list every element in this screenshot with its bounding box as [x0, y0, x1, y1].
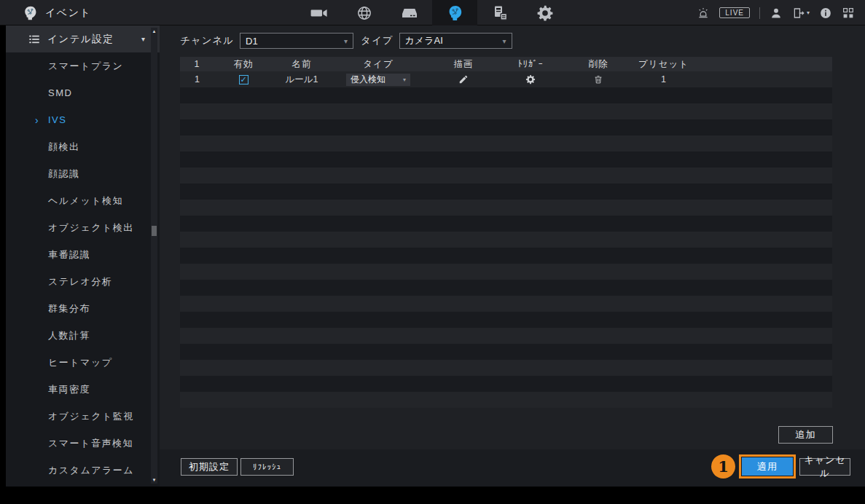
logout-icon [792, 7, 805, 20]
sidebar-item-label: 顔認識 [48, 168, 80, 181]
sidebar: インテル設定 ▾ ›スマートプラン›SMD›IVS›顔検出›顔認識›ヘルメット検… [6, 25, 160, 487]
chevron-down-icon: ▾ [503, 37, 506, 45]
chevron-down-icon: ▾ [344, 37, 348, 45]
apps-grid-icon[interactable] [842, 7, 855, 20]
sidebar-item[interactable]: ›ヘルメット検知 [6, 187, 149, 214]
column-header: タイプ [331, 58, 426, 71]
checkmark-icon: ✓ [240, 76, 246, 84]
sidebar-item[interactable]: ›人数計算 [6, 322, 149, 349]
sidebar-item-label: スマート音声検知 [48, 437, 133, 450]
nav-settings-tab[interactable] [522, 0, 568, 25]
sidebar-item[interactable]: ›ステレオ分析 [6, 268, 149, 295]
nav-network-tab[interactable] [342, 0, 387, 25]
active-arrow-icon: › [35, 115, 39, 125]
sidebar-item-label: 車両密度 [48, 383, 90, 396]
sidebar-item[interactable]: ›スマート音声検知 [6, 430, 149, 457]
empty-table-row [180, 344, 832, 360]
main-content: チャンネル D1 ▾ タイプ カメラAI ▾ 1有効名前タイプ描画ﾄﾘｶﾞｰ削除… [160, 25, 865, 487]
sidebar-item[interactable]: ›ヒートマップ [6, 349, 149, 376]
preset-value: 1 [637, 74, 690, 84]
rule-type-select[interactable]: 侵入検知 ▾ [346, 74, 410, 86]
nav-camera-tab[interactable] [297, 0, 342, 25]
empty-table-row [180, 264, 832, 280]
channel-select[interactable]: D1 ▾ [240, 33, 353, 49]
sidebar-item-label: 車番認識 [48, 248, 90, 261]
topbar-separator [759, 7, 760, 19]
sidebar-item-label: オブジェクト監視 [48, 410, 134, 423]
empty-table-row [180, 232, 832, 248]
enable-checkbox[interactable]: ✓ [239, 75, 248, 84]
sidebar-item[interactable]: ›車両密度 [6, 376, 149, 403]
sidebar-item-label: カスタムアラーム [48, 464, 134, 477]
sidebar-item-label: SMD [48, 87, 72, 98]
column-header: 描画 [426, 58, 501, 71]
rule-type-value: 侵入検知 [351, 74, 385, 86]
footer-right: 1 適用 キャンセル [711, 454, 850, 479]
gear-icon[interactable] [525, 74, 536, 84]
sidebar-scrollbar[interactable]: ▴ ▾ [151, 28, 157, 484]
scrollbar-thumb[interactable] [152, 226, 157, 236]
empty-table-row [180, 168, 832, 184]
channel-value: D1 [246, 36, 258, 47]
pencil-icon[interactable] [458, 74, 469, 84]
chevron-down-icon: ▾ [141, 35, 145, 43]
main-nav [297, 0, 568, 25]
sidebar-item[interactable]: ›カスタムアラーム [6, 457, 149, 484]
apply-button[interactable]: 適用 [742, 457, 793, 476]
empty-table-row [180, 103, 832, 119]
empty-table-row [180, 392, 832, 408]
brand: イベント [22, 0, 91, 25]
sidebar-item-label: オブジェクト検出 [48, 221, 134, 235]
nav-backup-tab[interactable] [477, 0, 522, 25]
empty-table-row [180, 280, 832, 296]
scroll-down-icon[interactable]: ▾ [151, 477, 157, 483]
sidebar-item[interactable]: ›SMD [6, 79, 149, 106]
page-title: イベント [45, 7, 91, 20]
column-header: 1 [180, 59, 214, 69]
sidebar-item-label: ヒートマップ [48, 356, 113, 369]
sidebar-item[interactable]: ›群集分布 [6, 295, 149, 322]
storage-icon [401, 4, 418, 22]
footer-bar: 初期設定 ﾘﾌﾚｯｼｭ 1 適用 キャンセル [160, 449, 865, 487]
backup-icon [491, 4, 509, 22]
screen: イベント LIVE ▾ インテル設定 ▾ ›スマートプラン›SMD›IVS›顔検… [0, 0, 865, 504]
info-icon[interactable] [819, 7, 832, 20]
trash-icon[interactable] [593, 74, 603, 84]
scroll-up-icon[interactable]: ▴ [151, 28, 157, 34]
logout-button[interactable]: ▾ [792, 7, 810, 20]
sidebar-item[interactable]: ›車番認識 [6, 241, 149, 268]
sidebar-item[interactable]: ›IVS [6, 106, 149, 133]
empty-table-row [180, 296, 832, 312]
sidebar-item[interactable]: ›オブジェクト検出 [6, 214, 149, 241]
user-icon[interactable] [770, 7, 783, 20]
column-header: 名前 [273, 58, 331, 71]
live-button[interactable]: LIVE [719, 7, 750, 18]
sidebar-item-label: 顔検出 [48, 141, 80, 154]
column-header: 削除 [560, 58, 637, 71]
refresh-button[interactable]: ﾘﾌﾚｯｼｭ [240, 458, 294, 476]
topbar: イベント LIVE ▾ [0, 0, 865, 25]
add-button[interactable]: 追加 [778, 426, 833, 444]
sidebar-item[interactable]: ›顔認識 [6, 160, 149, 187]
alarm-status-icon[interactable] [697, 7, 710, 20]
type-value: カメラAI [405, 34, 443, 47]
sidebar-item[interactable]: ›スマートプラン [6, 52, 149, 79]
cancel-button[interactable]: キャンセル [799, 458, 850, 476]
network-icon [356, 4, 373, 22]
sidebar-header[interactable]: インテル設定 ▾ [6, 25, 160, 52]
settings-icon [536, 4, 554, 22]
ai-event-icon [446, 4, 463, 22]
rules-table: 1有効名前タイプ描画ﾄﾘｶﾞｰ削除プリセット 1 ✓ ルール1 侵入検知 ▾ 1 [180, 57, 832, 408]
empty-rows [180, 87, 832, 408]
sidebar-item-label: IVS [48, 114, 66, 125]
nav-storage-tab[interactable] [387, 0, 432, 25]
rule-name: ルール1 [273, 74, 331, 86]
sidebar-item[interactable]: ›オブジェクト監視 [6, 403, 149, 430]
nav-ai-event-tab[interactable] [432, 0, 477, 25]
empty-table-row [180, 328, 832, 344]
type-select[interactable]: カメラAI ▾ [399, 33, 512, 49]
default-button[interactable]: 初期設定 [181, 458, 238, 476]
sidebar-item[interactable]: ›顔検出 [6, 133, 149, 160]
column-header: 有効 [214, 58, 273, 71]
annotation-step-badge: 1 [711, 454, 735, 479]
